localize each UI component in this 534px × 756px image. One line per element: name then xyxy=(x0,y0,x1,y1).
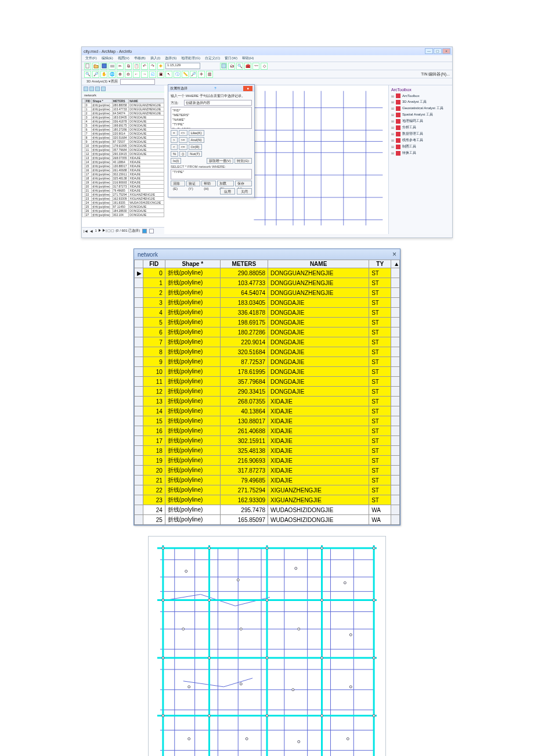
op-button[interactable]: () xyxy=(179,151,186,157)
menu-item[interactable]: 书签(B) xyxy=(134,56,146,61)
table-row[interactable]: 9折线(polyline)87.72537DONGDAJIEST xyxy=(135,357,400,367)
attribute-table[interactable]: FIDShape *METERSNAMETY▲▶0折线(polyline)290… xyxy=(134,260,400,525)
add-data-icon[interactable]: ✚ xyxy=(157,63,164,70)
toolbox-item[interactable]: ⊞转换工具 xyxy=(391,150,450,156)
mini-attr-nav[interactable]: |◀ ◀ 1 ▶ ▶| ▢▢ (0 / 601 已选择) xyxy=(82,227,164,234)
redo-icon[interactable]: ↷ xyxy=(149,63,156,70)
print-icon[interactable] xyxy=(109,63,116,70)
python-icon[interactable]: 〰 xyxy=(252,63,259,70)
toolbox-item[interactable]: ⊞分析工具 xyxy=(391,124,450,131)
op-button[interactable]: And(N) xyxy=(189,137,204,143)
menu-item[interactable]: 自定义(C) xyxy=(205,56,220,61)
table-row[interactable]: 11折线(polyline)357.79684DONGDAJIEST xyxy=(135,377,400,387)
nav-prev-icon[interactable]: ◀ xyxy=(90,229,93,233)
table-row[interactable]: 24折线(polyline)295.7478WUDAOSHIZIDONGJIEW… xyxy=(135,505,400,515)
table-row[interactable]: 18折线(polyline)325.48138XIDAJIEST xyxy=(135,446,400,456)
field-item[interactable]: "NAME" xyxy=(172,117,250,122)
editor-toolbar-icon[interactable] xyxy=(220,63,227,70)
zoom-in-icon[interactable]: 🔍 xyxy=(84,71,91,78)
select-features-icon[interactable]: ◱ xyxy=(149,71,156,78)
toolbox-item[interactable]: ⊞地理编码工具 xyxy=(391,118,450,124)
dialog-close-button[interactable]: ■ xyxy=(243,86,252,91)
toolbox-item[interactable]: ⊞数据管理工具 xyxy=(391,131,450,137)
expand-icon[interactable]: ⊞ xyxy=(391,132,394,136)
fields-list[interactable]: "FID""METERS""NAME""TYPE""L_F_ADD" xyxy=(171,107,252,129)
fixed-zoom-out-icon[interactable]: ⊖ xyxy=(125,71,132,78)
mini-attr-table[interactable]: FIDShape *METERSNAME 0折线(polyline)280.88… xyxy=(82,98,164,227)
menu-item[interactable]: 地理处理(G) xyxy=(181,56,200,61)
is-button[interactable]: Is(I) xyxy=(171,158,181,164)
expand-icon[interactable]: ⊞ xyxy=(391,94,394,98)
identify-icon[interactable]: ⓘ xyxy=(174,71,181,78)
pan-icon[interactable]: ✋ xyxy=(100,71,107,78)
table-row[interactable]: 22折线(polyline)271.75294XIGUANZHENGJIEST xyxy=(135,485,400,495)
table-row[interactable]: ▶0折线(polyline)290.88058DONGGUANZHENGJIES… xyxy=(135,268,400,278)
full-extent-icon[interactable]: 🌐 xyxy=(109,71,116,78)
op-button[interactable]: % xyxy=(171,151,178,157)
measure-icon[interactable]: 📏 xyxy=(182,71,189,78)
op-button[interactable]: Or(R) xyxy=(189,144,202,150)
menu-item[interactable]: 窗口(W) xyxy=(225,56,237,61)
expand-icon[interactable]: ⊞ xyxy=(391,151,394,155)
nav-first-icon[interactable]: |◀ xyxy=(84,229,88,233)
arctoolbox-pane[interactable]: ArcToolbox ⊞ ArcToolbox ⊞3D Analyst 工具⊞G… xyxy=(388,85,452,234)
table-row[interactable]: 23折线(polyline)162.93309XIGUANZHENGJIEST xyxy=(135,495,400,505)
table-row[interactable]: 7折线(polyline)220.9014DONGDAJIEST xyxy=(135,337,400,347)
tin-editor-label[interactable]: TIN 编辑器(N)... xyxy=(421,71,450,77)
toolbox-icon[interactable]: 🧰 xyxy=(244,63,251,70)
catalog-icon[interactable]: 🗂 xyxy=(228,63,235,70)
dialog-button[interactable]: 验证(Y) xyxy=(186,181,201,186)
menu-item[interactable]: 帮助(H) xyxy=(242,56,254,61)
copy-icon[interactable]: ⧉ xyxy=(125,63,132,70)
new-icon[interactable] xyxy=(84,63,91,70)
analyst-label[interactable]: 3D Analyst(3) ▾ 图层 xyxy=(86,79,118,84)
op-button[interactable]: > xyxy=(171,137,178,143)
table-row[interactable]: 21折线(polyline)79.49685XIDAJIEST xyxy=(135,476,400,485)
where-textarea[interactable]: "TYPE" xyxy=(171,169,252,179)
toolbox-item[interactable]: ⊞制图工具 xyxy=(391,143,450,150)
expand-icon[interactable]: ⊞ xyxy=(391,119,394,123)
menu-item[interactable]: 选择(S) xyxy=(165,56,176,61)
apply-button[interactable]: 应用 xyxy=(220,188,235,195)
table-row[interactable]: 14折线(polyline)40.13864XIDAJIEST xyxy=(135,406,400,416)
minimize-button[interactable]: — xyxy=(425,48,433,54)
table-row[interactable]: 5折线(polyline)198.69175DONGDAJIEST xyxy=(135,318,400,327)
expand-icon[interactable]: ⊞ xyxy=(391,145,394,149)
table-row[interactable]: 17折线(polyline)302.15911XIDAJIEST xyxy=(135,436,400,446)
expand-icon[interactable]: ⊞ xyxy=(391,100,394,104)
time-slider-icon[interactable]: ▥ xyxy=(206,71,213,78)
dialog-button[interactable]: 保存(V)... xyxy=(235,181,252,186)
toolbox-item[interactable]: ⊞3D Analyst 工具 xyxy=(391,99,450,105)
close-dialog-button[interactable]: 关闭 xyxy=(237,188,252,195)
scale-box[interactable]: 1:15,129 xyxy=(165,63,200,69)
paste-icon[interactable]: 📋 xyxy=(133,63,140,70)
model-icon[interactable]: ◇ xyxy=(261,63,268,70)
zoom-out-icon[interactable]: 🔎 xyxy=(92,71,99,78)
dialog-button[interactable]: 帮助(H) xyxy=(201,181,216,186)
analyst-layer-dropdown[interactable] xyxy=(120,79,155,85)
field-item[interactable]: "FID" xyxy=(172,108,250,113)
save-icon[interactable] xyxy=(100,63,107,70)
table-row[interactable]: 12折线(polyline)290.33415DONGDAJIEST xyxy=(135,387,400,397)
close-button[interactable]: × xyxy=(442,48,450,54)
field-item[interactable]: "METERS" xyxy=(172,113,250,117)
table-row[interactable]: 3折线(polyline)183.03405DONGDAJIEST xyxy=(135,298,400,308)
table-row[interactable]: 10折线(polyline)178.61995DONGDAJIEST xyxy=(135,367,400,377)
maximize-button[interactable]: ▢ xyxy=(434,48,442,54)
expand-icon[interactable]: ⊞ xyxy=(391,125,394,129)
toc-layer[interactable]: network xyxy=(82,92,164,98)
expand-icon[interactable]: ⊞ xyxy=(391,138,394,142)
op-button[interactable]: <= xyxy=(179,144,187,150)
op-button[interactable]: >= xyxy=(179,137,187,143)
clear-selection-icon[interactable]: ▣ xyxy=(157,71,164,78)
expand-icon[interactable]: ⊞ xyxy=(391,106,394,110)
goto-button[interactable]: 转至(G): xyxy=(234,158,252,164)
dialog-button[interactable]: 清除(E) xyxy=(171,181,185,186)
all-records-icon[interactable] xyxy=(149,229,154,233)
cut-icon[interactable]: ✂ xyxy=(117,63,124,70)
op-button[interactable]: = xyxy=(171,130,178,136)
menu-item[interactable]: 视图(V) xyxy=(118,56,129,61)
table-row[interactable]: 19折线(polyline)216.90693XIDAJIEST xyxy=(135,456,400,466)
xy-icon[interactable]: ✛ xyxy=(198,71,205,78)
fixed-zoom-in-icon[interactable]: ⊕ xyxy=(117,71,124,78)
